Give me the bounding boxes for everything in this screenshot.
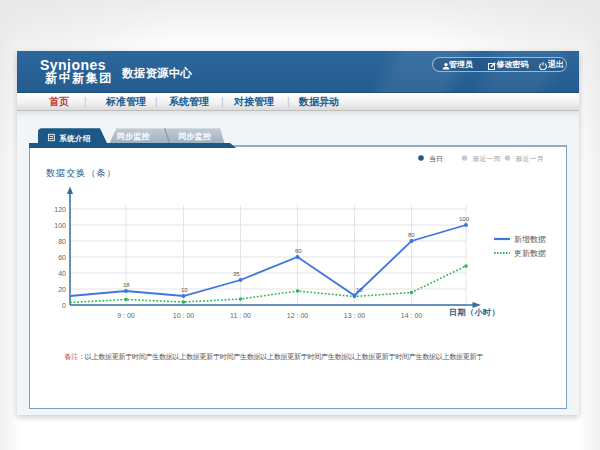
svg-text:80: 80 [58,238,66,245]
svg-text:60: 60 [295,248,302,254]
svg-text:同步监控: 同步监控 [178,132,211,141]
svg-text:20: 20 [58,286,66,293]
svg-text:14 : 00: 14 : 00 [401,312,423,319]
svg-text:日期（小时）: 日期（小时） [449,308,500,317]
svg-text:60: 60 [58,254,66,261]
svg-text:9 : 00: 9 : 00 [117,312,135,319]
svg-text:12 : 00: 12 : 00 [287,312,309,319]
svg-text:更新数据: 更新数据 [514,249,546,258]
svg-text:0: 0 [62,302,66,309]
svg-text:同步监控: 同步监控 [117,132,150,141]
svg-text:10: 10 [181,287,188,293]
svg-text:10 : 00: 10 : 00 [173,312,195,319]
svg-text:100: 100 [54,222,66,229]
svg-text:13 : 00: 13 : 00 [344,312,366,319]
svg-text:10: 10 [356,287,363,293]
svg-text:11 : 00: 11 : 00 [230,312,251,319]
svg-text:80: 80 [408,232,415,238]
svg-text:40: 40 [58,270,66,277]
svg-text:18: 18 [123,282,130,288]
svg-text:100: 100 [459,216,470,222]
svg-text:新增数据: 新增数据 [514,235,546,244]
svg-text:系统介绍: 系统介绍 [59,134,91,143]
svg-text:35: 35 [233,271,240,277]
